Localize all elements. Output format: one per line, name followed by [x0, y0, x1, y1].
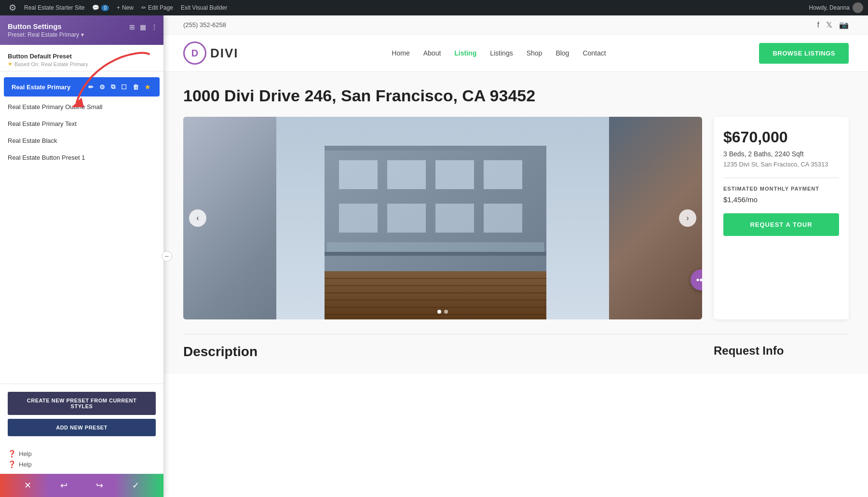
svg-rect-6: [435, 160, 474, 189]
nav-contact[interactable]: Contact: [583, 49, 606, 57]
site-header: (255) 352-6258 f 𝕏 📷 D DIVI Home About: [164, 15, 868, 72]
confirm-toolbar-btn[interactable]: ✓: [122, 478, 149, 493]
avatar: [853, 2, 863, 13]
active-preset-row[interactable]: Real Estate Primary ✏ ⚙ ⧉ ☐ 🗑 ★: [4, 77, 160, 97]
svg-rect-5: [387, 160, 426, 189]
preset-black-label: Real Estate Black: [8, 137, 57, 144]
howdy-label: Howdy, Deanna: [809, 4, 850, 11]
pencil-icon: ✏: [141, 4, 146, 11]
svg-rect-10: [435, 204, 474, 233]
svg-rect-7: [484, 160, 522, 189]
active-preset-label: Real Estate Primary: [12, 83, 83, 91]
help-icon-1: ❓: [8, 450, 16, 457]
svg-rect-13: [327, 242, 544, 252]
chevron-down-icon[interactable]: ▾: [81, 31, 84, 38]
create-preset-button[interactable]: CREATE NEW PRESET FROM CURRENT STYLES: [8, 392, 156, 415]
gallery-dots: [437, 310, 448, 314]
dot-2[interactable]: [444, 310, 448, 314]
edit-preset-icon[interactable]: ✏: [87, 83, 95, 92]
panel-buttons: CREATE NEW PRESET FROM CURRENT STYLES AD…: [0, 384, 163, 444]
plus-icon: +: [117, 4, 120, 11]
comment-icon: 💬: [92, 4, 99, 11]
move-preset-icon[interactable]: ☐: [120, 83, 128, 92]
preset-outline-small-label: Real Estate Primary Outline Small: [8, 103, 103, 110]
gallery-next-button[interactable]: ›: [679, 209, 696, 227]
more-options-icon[interactable]: ⋮: [150, 22, 159, 32]
help-section: ❓ Help ❓ Help: [0, 444, 163, 474]
gallery-image: [183, 117, 702, 319]
listing-details: 3 Beds, 2 Baths, 2240 Sqft: [723, 150, 839, 158]
site-name-btn[interactable]: Real Estate Starter Site: [20, 0, 88, 15]
comments-btn[interactable]: 💬 0: [88, 0, 113, 15]
logo-text: DIVI: [210, 46, 239, 61]
preset-row-outline-small[interactable]: Real Estate Primary Outline Small: [0, 98, 163, 115]
panel-subtitle: Preset: Real Estate Primary ▾: [8, 31, 156, 38]
dot-1[interactable]: [437, 310, 441, 314]
listing-title: 1000 Divi Drive 246, San Francisco, CA 9…: [183, 86, 849, 105]
edit-page-label: Edit Page: [148, 4, 173, 11]
preset-row-preset1[interactable]: Real Estate Button Preset 1: [0, 149, 163, 166]
nav-listing[interactable]: Listing: [454, 49, 476, 57]
nav-about[interactable]: About: [423, 49, 441, 57]
browse-listings-button[interactable]: BROWSE LISTINGS: [759, 43, 849, 64]
howdy-section: Howdy, Deanna: [809, 2, 864, 13]
panel-header: Button Settings Preset: Real Estate Prim…: [0, 15, 163, 45]
preset-row-text[interactable]: Real Estate Primary Text: [0, 115, 163, 132]
new-label: New: [122, 4, 134, 11]
new-btn[interactable]: + New: [113, 0, 137, 15]
copy-preset-icon[interactable]: ⧉: [109, 82, 117, 92]
building-illustration: [183, 117, 702, 319]
instagram-icon[interactable]: 📷: [839, 20, 849, 29]
star-icon: ★: [8, 61, 13, 67]
admin-bar: ⚙ Real Estate Starter Site 💬 0 + New ✏ E…: [0, 0, 868, 15]
facebook-icon[interactable]: f: [817, 21, 819, 29]
site-topbar: (255) 352-6258 f 𝕏 📷: [164, 15, 868, 35]
gallery-prev-button[interactable]: ‹: [189, 209, 206, 227]
svg-rect-8: [339, 204, 378, 233]
social-icons: f 𝕏 📷: [817, 20, 849, 29]
exit-builder-label: Exit Visual Builder: [181, 4, 228, 11]
delete-preset-icon[interactable]: 🗑: [131, 83, 140, 92]
wp-icon: ⚙: [9, 2, 16, 13]
add-preset-button[interactable]: ADD NEW PRESET: [8, 419, 156, 436]
payment-label: ESTIMATED MONTHLY PAYMENT: [723, 186, 839, 192]
close-toolbar-btn[interactable]: ✕: [14, 478, 41, 493]
grid-icon[interactable]: ⊞: [128, 22, 136, 32]
wp-logo-btn[interactable]: ⚙: [5, 0, 20, 15]
nav-listings[interactable]: Listings: [490, 49, 513, 57]
exit-builder-btn[interactable]: Exit Visual Builder: [177, 0, 231, 15]
nav-blog[interactable]: Blog: [556, 49, 569, 57]
main-wrapper: Button Settings Preset: Real Estate Prim…: [0, 15, 868, 497]
request-tour-button[interactable]: REQUEST A TOUR: [723, 213, 839, 236]
star-preset-icon[interactable]: ★: [143, 83, 152, 92]
listing-layout: ‹ › ••• $670,000 3 Beds, 2 Baths, 2240 S…: [183, 117, 849, 319]
bottom-toolbar: ✕ ↩ ↪ ✓: [0, 474, 163, 497]
preset-preset1-label: Real Estate Button Preset 1: [8, 154, 85, 161]
redo-toolbar-btn[interactable]: ↪: [86, 478, 113, 493]
column-resize-handle[interactable]: ↔: [162, 251, 172, 262]
site-phone: (255) 352-6258: [183, 21, 226, 28]
presets-list: Real Estate Primary ✏ ⚙ ⧉ ☐ 🗑 ★ Real Est…: [0, 71, 163, 170]
svg-rect-12: [325, 252, 546, 256]
preset-label: Preset: Real Estate Primary: [8, 31, 79, 38]
twitter-x-icon[interactable]: 𝕏: [826, 20, 832, 29]
description-title: Description: [183, 344, 258, 359]
comment-count: 0: [101, 5, 109, 11]
preset-row-black[interactable]: Real Estate Black: [0, 132, 163, 149]
nav-shop[interactable]: Shop: [527, 49, 542, 57]
help-link-2[interactable]: ❓ Help: [8, 460, 156, 468]
nav-home[interactable]: Home: [392, 49, 409, 57]
settings-preset-icon[interactable]: ⚙: [98, 83, 107, 92]
columns-icon[interactable]: ▦: [139, 22, 147, 32]
help-link-1[interactable]: ❓ Help: [8, 450, 156, 457]
undo-toolbar-btn[interactable]: ↩: [51, 478, 77, 493]
default-preset-name: Button Default Preset: [8, 53, 156, 60]
default-preset-item: Button Default Preset ★ Based On: Real E…: [8, 53, 156, 67]
svg-rect-11: [484, 204, 522, 233]
site-main: 1000 Divi Drive 246, San Francisco, CA 9…: [164, 72, 868, 374]
button-settings-panel: Button Settings Preset: Real Estate Prim…: [0, 15, 164, 497]
preset-action-icons: ✏ ⚙ ⧉ ☐ 🗑 ★: [87, 82, 152, 92]
site-nav: D DIVI Home About Listing Listings Shop …: [164, 35, 868, 71]
panel-icons: ⊞ ▦ ⋮: [128, 22, 159, 32]
edit-page-btn[interactable]: ✏ Edit Page: [137, 0, 177, 15]
